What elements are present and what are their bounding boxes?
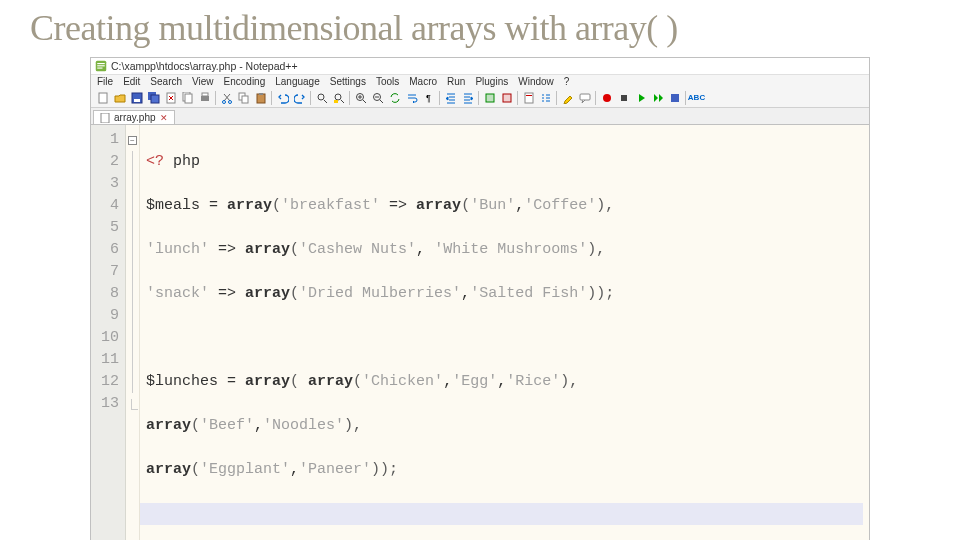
line-number: 1 <box>101 129 119 151</box>
toolbar-separator <box>556 91 557 105</box>
paste-icon[interactable] <box>253 90 268 105</box>
code-text[interactable]: <? php $meals = array('breakfast' => arr… <box>140 125 869 540</box>
menu-language[interactable]: Language <box>275 76 320 87</box>
wrap-icon[interactable] <box>404 90 419 105</box>
svg-rect-6 <box>134 99 140 102</box>
redo-icon[interactable] <box>292 90 307 105</box>
fold-column: − <box>126 125 140 540</box>
menu-plugins[interactable]: Plugins <box>475 76 508 87</box>
svg-point-30 <box>603 94 611 102</box>
menu-search[interactable]: Search <box>150 76 182 87</box>
menu-file[interactable]: File <box>97 76 113 87</box>
comment-icon[interactable] <box>577 90 592 105</box>
open-icon[interactable] <box>112 90 127 105</box>
line-number: 10 <box>101 327 119 349</box>
toolbar-separator <box>310 91 311 105</box>
outdent-icon[interactable] <box>460 90 475 105</box>
svg-point-15 <box>228 100 231 103</box>
show-all-icon[interactable]: ¶ <box>421 90 436 105</box>
line-number: 2 <box>101 151 119 173</box>
tab-label: array.php <box>114 112 156 123</box>
menu-help[interactable]: ? <box>564 76 570 87</box>
toolbar-separator <box>478 91 479 105</box>
close-icon[interactable] <box>163 90 178 105</box>
line-gutter: 1 2 3 4 5 6 7 8 9 10 11 12 13 <box>91 125 126 540</box>
line-number: 11 <box>101 349 119 371</box>
menu-window[interactable]: Window <box>518 76 554 87</box>
svg-rect-4 <box>99 93 107 103</box>
play-multi-icon[interactable] <box>650 90 665 105</box>
svg-rect-27 <box>525 93 533 103</box>
replace-icon[interactable] <box>331 90 346 105</box>
save-macro-icon[interactable] <box>667 90 682 105</box>
toolbar-separator <box>517 91 518 105</box>
cut-icon[interactable] <box>219 90 234 105</box>
app-icon <box>95 60 107 72</box>
svg-rect-22 <box>334 100 338 103</box>
menu-edit[interactable]: Edit <box>123 76 140 87</box>
svg-rect-29 <box>580 94 590 100</box>
func-list-icon[interactable] <box>538 90 553 105</box>
slide-title: Creating multidimensional arrays with ar… <box>0 0 960 49</box>
line-number: 3 <box>101 173 119 195</box>
svg-rect-17 <box>242 96 248 103</box>
svg-rect-26 <box>503 94 511 102</box>
svg-rect-28 <box>526 95 532 96</box>
save-icon[interactable] <box>129 90 144 105</box>
toolbar-separator <box>685 91 686 105</box>
svg-rect-1 <box>97 63 105 64</box>
record-icon[interactable] <box>599 90 614 105</box>
svg-point-20 <box>318 94 324 100</box>
indent-icon[interactable] <box>443 90 458 105</box>
tab-close-icon[interactable]: ✕ <box>160 113 168 123</box>
title-bar: C:\xampp\htdocs\array.php - Notepad++ <box>91 58 869 75</box>
svg-rect-18 <box>257 94 265 103</box>
toolbar: ¶ ABC <box>91 88 869 108</box>
unfold-icon[interactable] <box>499 90 514 105</box>
line-number: 9 <box>101 305 119 327</box>
fold-icon[interactable] <box>482 90 497 105</box>
toolbar-separator <box>215 91 216 105</box>
svg-rect-25 <box>486 94 494 102</box>
stop-icon[interactable] <box>616 90 631 105</box>
toolbar-separator <box>439 91 440 105</box>
menu-encoding[interactable]: Encoding <box>224 76 266 87</box>
play-icon[interactable] <box>633 90 648 105</box>
sync-icon[interactable] <box>387 90 402 105</box>
menu-run[interactable]: Run <box>447 76 465 87</box>
highlight-icon[interactable] <box>560 90 575 105</box>
menu-tools[interactable]: Tools <box>376 76 399 87</box>
code-area[interactable]: 1 2 3 4 5 6 7 8 9 10 11 12 13 − <box>91 125 869 540</box>
zoom-in-icon[interactable] <box>353 90 368 105</box>
close-all-icon[interactable] <box>180 90 195 105</box>
line-number: 8 <box>101 283 119 305</box>
svg-rect-32 <box>671 94 679 102</box>
svg-rect-13 <box>202 93 208 96</box>
menu-view[interactable]: View <box>192 76 214 87</box>
print-icon[interactable] <box>197 90 212 105</box>
doc-map-icon[interactable] <box>521 90 536 105</box>
save-all-icon[interactable] <box>146 90 161 105</box>
file-icon <box>100 113 110 123</box>
svg-point-21 <box>335 94 341 100</box>
copy-icon[interactable] <box>236 90 251 105</box>
spell-icon[interactable]: ABC <box>689 90 704 105</box>
find-icon[interactable] <box>314 90 329 105</box>
menu-macro[interactable]: Macro <box>409 76 437 87</box>
fold-toggle-icon[interactable]: − <box>128 136 137 145</box>
tab-array-php[interactable]: array.php ✕ <box>93 110 175 124</box>
toolbar-separator <box>271 91 272 105</box>
new-icon[interactable] <box>95 90 110 105</box>
line-number: 4 <box>101 195 119 217</box>
zoom-out-icon[interactable] <box>370 90 385 105</box>
menu-bar: File Edit Search View Encoding Language … <box>91 75 869 88</box>
line-number: 13 <box>101 393 119 415</box>
window-title: C:\xampp\htdocs\array.php - Notepad++ <box>111 60 298 72</box>
menu-settings[interactable]: Settings <box>330 76 366 87</box>
line-number: 6 <box>101 239 119 261</box>
svg-rect-3 <box>97 68 102 69</box>
notepad-window: C:\xampp\htdocs\array.php - Notepad++ Fi… <box>90 57 870 540</box>
line-number: 5 <box>101 217 119 239</box>
undo-icon[interactable] <box>275 90 290 105</box>
svg-point-14 <box>222 100 225 103</box>
